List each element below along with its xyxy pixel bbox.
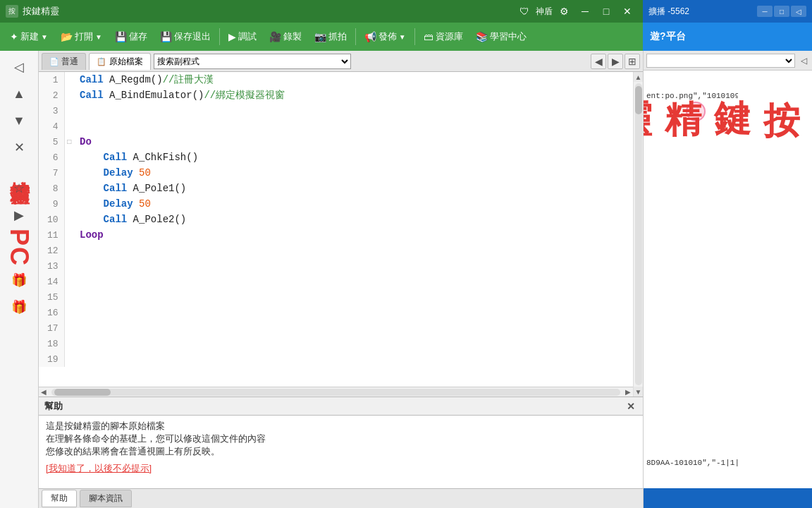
sidebar-btn-gift2[interactable]: 🎁 (5, 294, 33, 320)
tab-source[interactable]: 📋 原始檔案 (89, 53, 150, 70)
line-code[interactable] (74, 320, 633, 336)
line-code[interactable] (74, 289, 633, 305)
capture-label: 抓拍 (328, 30, 347, 43)
minimize-btn[interactable]: ─ (575, 4, 595, 18)
remote-max-btn[interactable]: □ (774, 6, 789, 17)
line-code[interactable] (74, 336, 633, 351)
code-scroll[interactable]: 1Call A_Regdm()//註冊大漢2Call A_BindEmulato… (39, 72, 633, 387)
new-arrow: ▼ (41, 33, 48, 41)
remote-min-btn[interactable]: ─ (757, 6, 773, 17)
hscroll-left-btn[interactable]: ◀ (39, 387, 49, 397)
sidebar-btn-gift1[interactable]: 🎁 (5, 267, 33, 294)
sidebar-btn-back[interactable]: ◁ (5, 54, 33, 80)
search-select[interactable]: 搜索副程式 (154, 54, 351, 69)
sidebar-btn-close[interactable]: ✕ (5, 134, 33, 161)
tab-view-btn[interactable]: ⊞ (625, 54, 640, 69)
tab-source-icon: 📋 (97, 57, 106, 66)
line-code[interactable] (74, 274, 633, 289)
right-top-bar: ◁ (644, 51, 812, 71)
toolbar-publish[interactable]: 📢 發佈 ▼ (359, 28, 412, 45)
line-code[interactable] (74, 258, 633, 274)
code-editor: 1Call A_Regdm()//註冊大漢2Call A_BindEmulato… (39, 72, 633, 397)
fold-btn (64, 243, 74, 258)
cursor-circle (686, 102, 706, 121)
table-row: 18 (39, 336, 633, 351)
settings-icon: ⚙ (560, 6, 569, 17)
line-code[interactable] (74, 243, 633, 258)
shield-btn[interactable]: 🛡 (515, 4, 534, 18)
code-table: 1Call A_Regdm()//註冊大漢2Call A_BindEmulato… (39, 72, 633, 367)
sidebar-btn-play[interactable]: ▶ (5, 202, 33, 229)
sidebar-btn-up[interactable]: ▲ (5, 80, 33, 107)
line-code[interactable] (74, 305, 633, 320)
hscroll-thumb[interactable] (54, 389, 111, 396)
help-dismiss-link[interactable]: [我知道了，以後不必提示] (46, 463, 152, 473)
right-content: ent:po.png","10101099,int 按鍵精靈助手 8D9AA-1… (644, 71, 812, 488)
sidebar-btn-down[interactable]: ▼ (5, 107, 33, 134)
line-code[interactable]: Delay 50 (74, 165, 633, 181)
toolbar-debug[interactable]: ▶ 調試 (223, 28, 262, 45)
fold-btn[interactable]: □ (64, 134, 74, 150)
help-line-2: 在理解各條命令的基礎上，您可以修改這個文件的內容 (46, 433, 636, 445)
hscroll-right-btn[interactable]: ▶ (623, 387, 633, 397)
line-code[interactable]: Call A_BindEmulator()//綁定模擬器視窗 (74, 87, 633, 103)
sidebar-btn-star[interactable]: ☆ (5, 175, 33, 202)
publish-label: 發佈 (379, 30, 397, 43)
close-btn[interactable]: ✕ (617, 4, 637, 18)
new-icon: ✦ (10, 31, 18, 42)
publish-icon: 📢 (364, 31, 376, 42)
fold-btn (64, 289, 74, 305)
help-line-1: 這是按鍵精靈的腳本原始檔案 (46, 420, 636, 433)
toolbar-save-exit[interactable]: 💾 保存退出 (154, 28, 216, 45)
line-code[interactable]: Call A_Regdm()//註冊大漢 (74, 72, 633, 87)
toolbar-capture[interactable]: 📷 抓拍 (309, 28, 352, 45)
toolbar-sep-3 (414, 28, 415, 45)
line-code[interactable]: Loop (74, 227, 633, 243)
help-title: 幫助 (44, 400, 63, 413)
save-exit-icon: 💾 (160, 31, 172, 42)
left-sidebar: ◁ ▲ ▼ ✕ 按鍵精靈 ☆ ▶ PC 🎁 🎁 (0, 51, 39, 508)
remote-expand-btn[interactable]: ◁ (791, 6, 806, 17)
vscroll-down-btn[interactable]: ▼ (634, 387, 644, 397)
tab-nav-next[interactable]: ▶ (608, 54, 623, 69)
line-code[interactable]: Call A_ChkFish() (74, 150, 633, 165)
maximize-icon: □ (603, 6, 609, 17)
tab-normal[interactable]: 📄 普通 (42, 53, 86, 70)
line-code[interactable]: Call A_Pole1() (74, 181, 633, 196)
line-code[interactable]: Call A_Pole2() (74, 212, 633, 227)
line-code[interactable] (74, 103, 633, 119)
toolbar-sep-1 (219, 28, 220, 45)
toolbar-learn[interactable]: 📚 學習中心 (470, 28, 532, 45)
bottom-tab-script-info[interactable]: 腳本資訊 (80, 490, 132, 507)
hscroll-bar: ◀ ▶ (39, 387, 633, 397)
toolbar-record[interactable]: 🎥 錄製 (264, 28, 307, 45)
line-code[interactable] (74, 351, 633, 367)
right-expand-arrow[interactable]: ◁ (798, 55, 809, 66)
line-number: 15 (39, 289, 64, 305)
right-panel: ◁ ent:po.png","10101099,int 按鍵精靈助手 8D9AA… (643, 51, 812, 508)
editor-container: 📄 普通 📋 原始檔案 搜索副程式 ◀ ▶ ⊞ (39, 51, 643, 508)
settings-btn[interactable]: ⚙ (554, 4, 574, 18)
tab-nav-prev[interactable]: ◀ (591, 54, 606, 69)
vscroll-track (635, 83, 642, 385)
vscroll-up-btn[interactable]: ▲ (634, 72, 644, 82)
line-code[interactable]: Delay 50 (74, 196, 633, 212)
vscroll-thumb[interactable] (635, 86, 642, 114)
line-number: 4 (39, 119, 64, 134)
toolbar: ✦ 新建 ▼ 📂 打開 ▼ 💾 儲存 💾 保存退出 ▶ 調試 (0, 23, 643, 51)
maximize-btn[interactable]: □ (596, 4, 616, 18)
toolbar-resources[interactable]: 🗃 資源庫 (418, 28, 469, 45)
table-row: 3 (39, 103, 633, 119)
right-top-select[interactable] (646, 54, 795, 68)
line-code[interactable] (74, 119, 633, 134)
help-close-icon: ✕ (627, 401, 635, 412)
toolbar-save[interactable]: 💾 儲存 (109, 28, 153, 45)
bottom-tab-help[interactable]: 幫助 (42, 490, 77, 507)
shield-label: 神盾 (536, 6, 553, 18)
line-code[interactable]: Do (74, 134, 633, 150)
code-area: 1Call A_Regdm()//註冊大漢2Call A_BindEmulato… (39, 72, 643, 397)
toolbar-new[interactable]: ✦ 新建 ▼ (4, 28, 54, 45)
toolbar-open[interactable]: 📂 打開 ▼ (55, 28, 108, 45)
fold-btn (64, 320, 74, 336)
help-close-btn[interactable]: ✕ (625, 400, 637, 413)
